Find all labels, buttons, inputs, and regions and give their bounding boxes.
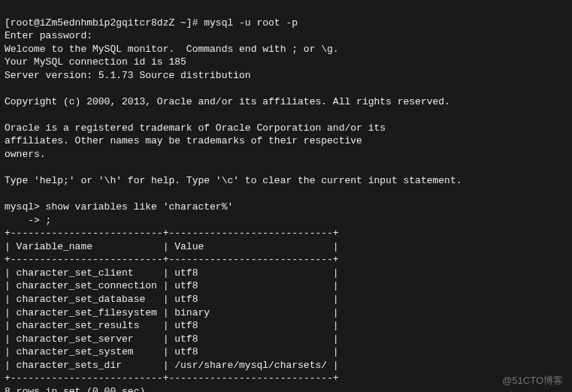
connection-id-line: Your MySQL connection id is 185 xyxy=(5,56,186,68)
mysql-continuation-prompt: -> xyxy=(5,215,46,226)
table-row: | character_set_filesystem | binary | xyxy=(5,307,339,318)
help-line: Type 'help;' or '\h' for help. Type '\c'… xyxy=(5,175,462,186)
trademark-line-2: affiliates. Other names may be trademark… xyxy=(5,135,362,146)
table-row: | character_set_system | utf8 | xyxy=(5,346,339,357)
table-row: | character_set_results | utf8 | xyxy=(5,320,339,331)
table-border-mid: +--------------------------+------------… xyxy=(5,254,339,265)
table-row: | character_sets_dir | /usr/share/mysql/… xyxy=(5,360,339,371)
mysql-prompt: mysql> xyxy=(5,201,46,213)
trademark-line-3: owners. xyxy=(5,149,46,160)
table-border-top: +--------------------------+------------… xyxy=(5,228,339,239)
table-row: | character_set_connection | utf8 | xyxy=(5,280,339,291)
table-border-bottom: +--------------------------+------------… xyxy=(5,372,339,384)
query-text: show variables like 'character%' xyxy=(46,201,234,213)
copyright-line: Copyright (c) 2000, 2013, Oracle and/or … xyxy=(5,96,450,107)
trademark-line-1: Oracle is a registered trademark of Orac… xyxy=(5,122,386,134)
watermark: @51CTO博客 xyxy=(502,374,563,387)
table-row: | character_set_server | utf8 | xyxy=(5,333,339,345)
shell-command: mysql -u root -p xyxy=(204,17,298,29)
welcome-line: Welcome to the MySQL monitor. Commands e… xyxy=(5,44,339,55)
query-terminator: ; xyxy=(46,215,52,226)
enter-password-line: Enter password: xyxy=(5,30,92,41)
table-row: | character_set_client | utf8 | xyxy=(5,267,339,279)
terminal-output[interactable]: [root@iZm5ednhmbip2gqitcr8dzZ ~]# mysql … xyxy=(5,3,567,392)
server-version-line: Server version: 5.1.73 Source distributi… xyxy=(5,70,251,81)
shell-prompt: [root@iZm5ednhmbip2gqitcr8dzZ ~]# xyxy=(5,17,204,29)
table-header: | Variable_name | Value | xyxy=(5,241,339,252)
table-row: | character_set_database | utf8 | xyxy=(5,294,339,305)
result-summary: 8 rows in set (0.00 sec) xyxy=(5,386,145,392)
